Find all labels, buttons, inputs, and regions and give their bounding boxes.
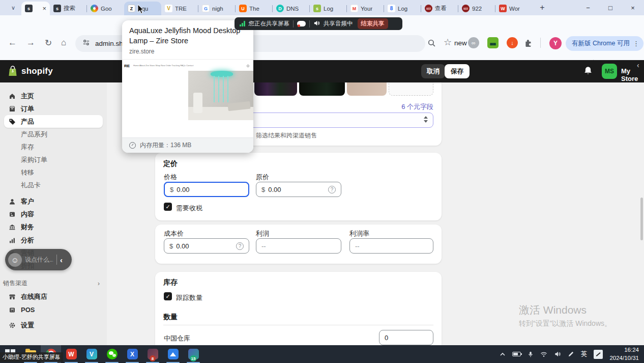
sidebar-label: 产品 [21, 117, 34, 126]
v-app-taskbar-button[interactable]: V [81, 345, 102, 363]
cloud-app-icon[interactable] [297, 21, 306, 26]
sidebar-item-products[interactable]: 产品 [4, 115, 103, 128]
sidebar-item-analytics[interactable]: 分析 [4, 234, 103, 246]
quantity-field[interactable] [379, 330, 433, 345]
ime-indicator[interactable]: 英 [581, 350, 588, 358]
system-tray: 英 16:24 2024/10/31 [500, 346, 644, 362]
close-button[interactable]: × [622, 0, 644, 15]
save-button[interactable]: 保存 [445, 64, 470, 78]
badge8-app-taskbar-button[interactable]: 8 [142, 345, 163, 363]
track-quantity-checkbox[interactable]: ✓ [164, 292, 172, 300]
compare-price-field[interactable]: $ ? [256, 182, 341, 197]
home-button[interactable]: ⌂ [61, 38, 66, 48]
badge15-app-taskbar-button[interactable]: 15 [183, 345, 203, 363]
bookmark-star-icon[interactable]: ☆ [444, 37, 452, 48]
minimize-button[interactable]: − [577, 0, 599, 15]
x-app-taskbar-button[interactable]: X [122, 345, 142, 363]
help-icon[interactable]: ? [236, 242, 244, 250]
wps-taskbar-button[interactable]: W [61, 345, 81, 363]
sidebar-item-customers[interactable]: 客户 [4, 195, 103, 208]
jellyfish-lamp-image [188, 71, 253, 120]
microphone-icon[interactable] [528, 351, 534, 358]
tab-trend[interactable]: V TRE [161, 2, 198, 15]
tab-log[interactable]: s Log [310, 2, 347, 15]
store-avatar[interactable]: MS [602, 64, 617, 79]
snip-tool-icon[interactable] [594, 350, 603, 359]
sidebar-item-inventory[interactable]: 库存 [4, 141, 103, 153]
cancel-button[interactable]: 取消 [421, 64, 445, 78]
tab-google[interactable]: Goo [87, 2, 124, 15]
sidebar-item-orders[interactable]: 订单 [4, 102, 103, 115]
assistant-input[interactable] [25, 256, 53, 263]
maximize-button[interactable]: □ [599, 0, 622, 15]
sidebar-item-purchase-orders[interactable]: 采购订单 [4, 153, 103, 166]
chrome-update-chip[interactable]: 有新版 Chrome 可用 ⋮ [566, 36, 643, 51]
metafields-link[interactable]: 6 个元字段 [401, 102, 433, 111]
help-icon[interactable]: ? [328, 186, 336, 193]
tax-checkbox[interactable]: ✓ [164, 203, 172, 211]
taskbar-clock[interactable]: 16:24 2024/10/31 [609, 346, 639, 362]
cost-field[interactable]: $ ? [164, 238, 249, 254]
tab-dns[interactable]: D DNS [273, 2, 310, 15]
sidebar-item-content[interactable]: 内容 [4, 208, 103, 220]
tab-your-mail[interactable]: M Your [347, 2, 384, 15]
quantity-input[interactable] [385, 334, 415, 342]
price-field[interactable]: $ [164, 182, 249, 197]
tab-view-922[interactable]: 922 查看 [421, 2, 458, 15]
notifications-bell-icon[interactable] [583, 66, 593, 78]
sidebar-item-collections[interactable]: 产品系列 [4, 128, 103, 141]
chevron-left-icon[interactable]: ‹ [637, 61, 639, 69]
extensions-puzzle-icon[interactable] [524, 38, 533, 49]
download-extension-icon[interactable]: ↓ [507, 37, 518, 48]
page-scrollbar[interactable] [640, 198, 643, 240]
menu-dots-icon[interactable]: ⋮ [633, 40, 639, 47]
sidebar-item-home[interactable]: 主页 [4, 90, 103, 102]
tab-log2[interactable]: 8 Log [384, 2, 421, 15]
sidebar-item-pos[interactable]: POS [4, 303, 103, 316]
gallery-app-taskbar-button[interactable] [163, 345, 183, 363]
tray-expand-icon[interactable] [500, 352, 506, 357]
volume-icon[interactable] [554, 351, 561, 357]
stop-sharing-button[interactable]: 结束共享 [358, 18, 388, 29]
wifi-icon[interactable] [540, 351, 547, 357]
forward-button[interactable]: → [26, 38, 35, 48]
profile-avatar[interactable]: Y [549, 37, 562, 49]
speaker-icon [313, 19, 320, 29]
search-icon[interactable] [427, 39, 436, 49]
tab-word[interactable]: W Wor [495, 2, 533, 15]
tab-shopify-admin[interactable]: s × [21, 2, 50, 15]
sidebar-item-online-store[interactable]: 在线商店 [4, 290, 103, 303]
gmail-favicon: M [350, 5, 358, 12]
store-name[interactable]: My Store [621, 67, 644, 82]
sidebar-item-transfers[interactable]: 转移 [4, 166, 103, 179]
price-input[interactable] [177, 186, 212, 193]
sidebar-item-settings[interactable]: 设置 [4, 319, 103, 331]
new-tab-button[interactable]: + [536, 1, 549, 14]
tab-the[interactable]: U The [236, 2, 273, 15]
sidebar-label: 内容 [21, 210, 34, 219]
pen-icon[interactable] [568, 351, 574, 357]
battery-icon[interactable] [512, 352, 521, 356]
tab-night[interactable]: G nigh [198, 2, 236, 15]
adblock-extension-icon[interactable]: ▄▄ [487, 37, 499, 48]
sales-channels-header: 销售渠道 › [3, 279, 104, 288]
link-extension-icon[interactable]: ∞ [468, 37, 479, 48]
person-icon [8, 198, 16, 205]
tab-close-icon[interactable]: × [42, 5, 46, 12]
assistant-collapse-button[interactable]: ‹ [60, 256, 63, 264]
assistant-avatar-icon[interactable]: ☺ [8, 253, 22, 267]
back-button[interactable]: ← [8, 38, 17, 48]
wechat-taskbar-button[interactable] [102, 345, 122, 363]
inventory-title: 库存 [163, 278, 178, 287]
chevron-right-icon[interactable]: › [98, 280, 100, 287]
sidebar-item-finances[interactable]: 财务 [4, 220, 103, 233]
tab-search-button[interactable]: ∨ [7, 2, 19, 14]
reload-button[interactable]: ↻ [45, 38, 52, 48]
cost-input[interactable] [176, 242, 212, 250]
tab-label: TRE [175, 6, 187, 12]
compare-price-input[interactable] [268, 186, 304, 193]
tab-922proxy[interactable]: 922 922 [458, 2, 495, 15]
orange-bag-favicon: U [239, 5, 247, 12]
tab-search[interactable]: s 搜索 [50, 2, 87, 15]
sidebar-item-gift-cards[interactable]: 礼品卡 [4, 179, 103, 191]
